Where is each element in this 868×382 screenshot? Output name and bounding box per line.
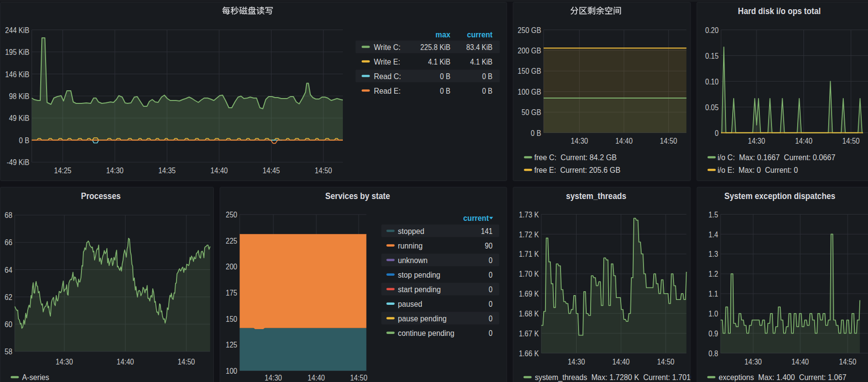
svg-text:0: 0 — [489, 285, 493, 294]
svg-text:100: 100 — [226, 366, 238, 376]
svg-text:1.67 K: 1.67 K — [519, 329, 539, 338]
svg-text:1.70 K: 1.70 K — [519, 269, 539, 279]
svg-text:0 B: 0 B — [19, 136, 29, 145]
svg-text:150 GB: 150 GB — [518, 66, 541, 76]
svg-text:14:40: 14:40 — [615, 136, 633, 146]
svg-text:14:40: 14:40 — [612, 357, 630, 366]
svg-text:0: 0 — [489, 299, 493, 309]
svg-text:225.8 KiB: 225.8 KiB — [420, 43, 450, 52]
svg-text:continue pending: continue pending — [398, 329, 455, 338]
svg-text:1.71 K: 1.71 K — [519, 249, 539, 259]
svg-text:14:50: 14:50 — [350, 373, 368, 382]
svg-text:system_threads: system_threads — [566, 191, 626, 201]
svg-text:Read C:: Read C: — [374, 72, 401, 81]
svg-text:0.10: 0.10 — [705, 77, 719, 86]
svg-text:100 GB: 100 GB — [518, 87, 541, 97]
svg-text:System exception dispatches: System exception dispatches — [724, 191, 836, 201]
svg-text:system_threads Max: 1.7280 K: system_threads Max: 1.7280 K Current: 1.… — [535, 373, 702, 382]
svg-text:start pending: start pending — [398, 285, 441, 294]
svg-text:58: 58 — [5, 347, 13, 356]
svg-text:141: 141 — [481, 227, 493, 236]
svg-text:14:40: 14:40 — [307, 373, 325, 382]
svg-text:175: 175 — [226, 288, 238, 298]
svg-text:exceptions Max: 1.400 Curren: exceptions Max: 1.400 Current: 1.067 — [719, 373, 847, 382]
svg-text:0.05: 0.05 — [705, 103, 719, 112]
svg-text:free C: Current: 84.2 GB: free C: Current: 84.2 GB — [534, 153, 617, 162]
svg-text:14:40: 14:40 — [117, 357, 134, 366]
svg-text:1.0: 1.0 — [708, 309, 718, 318]
svg-text:0 B: 0 B — [440, 86, 450, 96]
svg-text:0 B: 0 B — [531, 129, 541, 138]
svg-text:running: running — [398, 241, 423, 250]
svg-text:14:50: 14:50 — [657, 357, 675, 366]
svg-text:1.73 K: 1.73 K — [519, 210, 539, 219]
svg-text:0 B: 0 B — [482, 86, 492, 96]
svg-text:125: 125 — [226, 340, 238, 349]
svg-text:14:30: 14:30 — [265, 373, 282, 382]
svg-text:195 KiB: 195 KiB — [5, 48, 30, 57]
svg-text:1.66 K: 1.66 K — [519, 349, 539, 358]
svg-text:0.20: 0.20 — [705, 26, 719, 35]
svg-text:50 GB: 50 GB — [522, 108, 542, 117]
svg-text:68: 68 — [5, 211, 13, 220]
svg-text:90: 90 — [485, 241, 493, 250]
svg-text:14:30: 14:30 — [748, 136, 765, 146]
svg-text:Processes: Processes — [81, 191, 121, 201]
svg-text:14:50: 14:50 — [839, 357, 856, 366]
svg-text:64: 64 — [5, 266, 13, 275]
svg-text:0 B: 0 B — [440, 72, 450, 81]
svg-text:250 GB: 250 GB — [518, 26, 541, 35]
svg-text:A-series: A-series — [22, 373, 49, 382]
svg-text:14:40: 14:40 — [795, 136, 813, 146]
svg-text:98 KiB: 98 KiB — [9, 92, 29, 101]
svg-text:0.9: 0.9 — [708, 329, 718, 338]
svg-text:49 KiB: 49 KiB — [9, 114, 29, 123]
svg-text:free E: Current: 205.6 GB: free E: Current: 205.6 GB — [534, 166, 621, 175]
svg-text:1.4: 1.4 — [708, 230, 718, 239]
svg-text:max: max — [435, 30, 450, 39]
svg-text:83.4 KiB: 83.4 KiB — [466, 43, 493, 52]
svg-text:Read E:: Read E: — [374, 86, 401, 96]
svg-text:62: 62 — [5, 293, 13, 302]
svg-text:225: 225 — [226, 236, 238, 246]
svg-text:Write E:: Write E: — [374, 57, 400, 66]
svg-text:Hard disk i/o ops total: Hard disk i/o ops total — [738, 6, 821, 16]
svg-text:14:35: 14:35 — [159, 166, 176, 175]
svg-text:14:50: 14:50 — [842, 136, 860, 146]
svg-text:14:30: 14:30 — [568, 357, 585, 366]
svg-text:14:30: 14:30 — [56, 357, 73, 366]
svg-text:200: 200 — [226, 262, 238, 271]
svg-text:0: 0 — [489, 256, 493, 265]
svg-text:14:30: 14:30 — [571, 136, 588, 146]
svg-text:0.8: 0.8 — [708, 349, 718, 358]
svg-text:unknown: unknown — [398, 256, 428, 265]
svg-text:14:25: 14:25 — [54, 166, 72, 175]
svg-text:14:50: 14:50 — [315, 166, 332, 175]
svg-text:i/o C: Max: 0.1667 Current:: i/o C: Max: 0.1667 Current: 0.0667 — [718, 153, 836, 162]
svg-text:1.5: 1.5 — [708, 210, 718, 219]
svg-text:-49 KiB: -49 KiB — [7, 158, 30, 167]
svg-text:14:30: 14:30 — [744, 357, 762, 366]
svg-text:1.68 K: 1.68 K — [519, 309, 539, 318]
svg-text:4.1 KiB: 4.1 KiB — [428, 57, 450, 66]
svg-text:150: 150 — [226, 315, 238, 324]
svg-text:Write C:: Write C: — [374, 43, 401, 52]
svg-text:0: 0 — [489, 270, 493, 280]
svg-text:current: current — [467, 30, 493, 39]
svg-text:paused: paused — [398, 299, 422, 309]
svg-text:1.72 K: 1.72 K — [519, 230, 539, 239]
svg-text:1.3: 1.3 — [708, 249, 718, 259]
svg-text:14:50: 14:50 — [177, 357, 195, 366]
svg-text:146 KiB: 146 KiB — [5, 70, 30, 79]
svg-text:stopped: stopped — [398, 227, 424, 236]
svg-text:14:30: 14:30 — [106, 166, 124, 175]
svg-text:1.69 K: 1.69 K — [519, 289, 539, 299]
svg-text:14:45: 14:45 — [263, 166, 280, 175]
svg-text:Services by state: Services by state — [325, 191, 390, 201]
svg-text:current: current — [463, 214, 489, 223]
svg-text:200 GB: 200 GB — [518, 46, 541, 55]
svg-text:i/o E: Max: 0 Current: 0: i/o E: Max: 0 Current: 0 — [718, 166, 798, 175]
svg-text:66: 66 — [5, 238, 13, 247]
svg-text:1.1: 1.1 — [708, 289, 718, 299]
svg-text:14:40: 14:40 — [210, 166, 228, 175]
